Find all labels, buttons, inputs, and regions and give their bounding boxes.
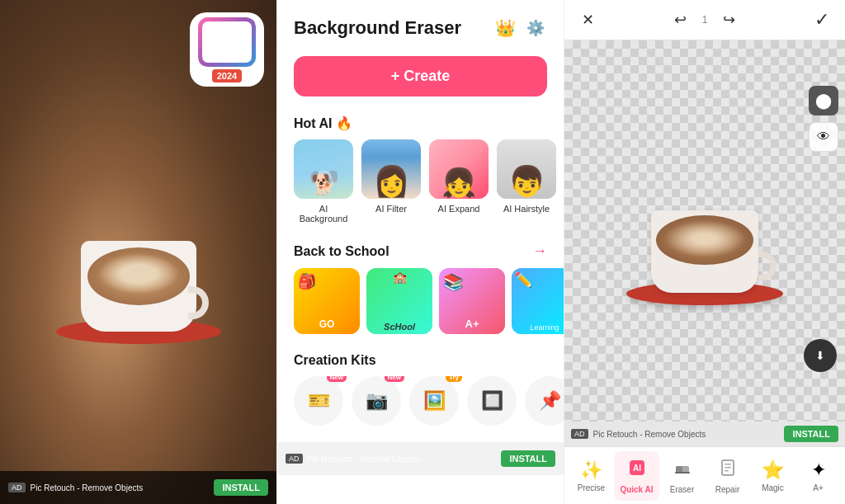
icon-ring [198, 17, 256, 67]
quick-ai-icon: AI [627, 458, 647, 483]
hot-ai-label: Hot AI 🔥 [294, 115, 352, 131]
close-button[interactable]: ✕ [574, 7, 601, 33]
ad-banner-right: AD Pic Retouch - Remove Objects INSTALL [564, 422, 845, 446]
school-item-1[interactable]: 🎒 GO [294, 268, 360, 334]
extracted-latte-art [663, 220, 746, 257]
middle-panel: Background Eraser 👑 ⚙️ + Create Hot AI 🔥… [276, 0, 564, 504]
bottom-toolbar: ✨ Precise AI Quick AI Eraser [564, 446, 845, 504]
create-button[interactable]: + Create [294, 56, 547, 97]
kit-item-3[interactable]: 🖼️ Try [409, 376, 459, 426]
install-button-left[interactable]: INSTALL [214, 479, 268, 496]
install-button-right[interactable]: INSTALL [784, 426, 838, 442]
confirm-button[interactable]: ✓ [809, 7, 835, 33]
hot-ai-label-background: AIBackground [300, 204, 348, 224]
magic-icon: ⭐ [762, 459, 784, 481]
app-icon: 2024 [190, 12, 264, 87]
hot-ai-thumb-background: 🐶 🐕 [294, 139, 353, 199]
install-button-middle[interactable]: INSTALL [501, 450, 555, 467]
redo-button[interactable]: ↪ [715, 7, 742, 33]
quick-ai-label: Quick AI [620, 485, 653, 494]
brush-size-button[interactable]: ⬤ [809, 86, 838, 115]
hot-ai-item-expand[interactable]: 👧 AI Expand [429, 139, 489, 224]
kit-badge-1: New [327, 376, 347, 382]
kit-icon-4: 🔲 [481, 390, 503, 412]
more-label: A+ [813, 483, 824, 492]
kit-item-2[interactable]: 📷 New [352, 376, 401, 426]
hot-ai-label-hairstyle: AI Hairstyle [503, 204, 550, 214]
extracted-cup-handle [758, 252, 777, 280]
tool-magic[interactable]: ⭐ Magic [750, 453, 795, 499]
right-toolbar-top: ✕ ↩ 1 ↪ ✓ [564, 0, 845, 40]
kit-item-1[interactable]: 🎫 New [294, 376, 343, 426]
svg-text:AI: AI [633, 464, 641, 473]
back-to-school-section: Back to School → [277, 236, 564, 268]
precise-icon: ✨ [580, 459, 602, 481]
right-panel: ✕ ↩ 1 ↪ ✓ ⬤ 👁 ⬇ [564, 0, 845, 504]
kit-badge-3: Try [446, 376, 462, 382]
save-icon: ⬇ [815, 349, 825, 362]
kit-item-5[interactable]: 📌 [525, 376, 564, 426]
eye-preview-button[interactable]: 👁 [809, 122, 838, 152]
ad-text-left: Pic Retouch - Remove Objects [31, 483, 215, 492]
creation-kits-section: Creation Kits [277, 346, 564, 376]
school-item-2[interactable]: 🏫 ScHool [366, 268, 432, 334]
kit-icon-1: 🎫 [308, 390, 330, 412]
crown-icon[interactable]: 👑 [495, 18, 516, 38]
eraser-label: Eraser [670, 485, 694, 494]
ad-label-left: AD [8, 483, 26, 492]
school-item-3[interactable]: 📚 A+ [439, 268, 505, 334]
undo-redo-group: ↩ 1 ↪ [668, 7, 743, 33]
kit-icon-3: 🖼️ [423, 390, 446, 412]
icon-year: 2024 [212, 69, 242, 82]
svg-rect-8 [725, 470, 729, 472]
tool-quick-ai[interactable]: AI Quick AI [614, 451, 659, 501]
panel-header: Background Eraser 👑 ⚙️ [277, 0, 564, 48]
panel-title: Background Eraser [294, 17, 461, 39]
hot-ai-item-hairstyle[interactable]: 👦 AI Hairstyle [497, 139, 556, 224]
repair-icon [718, 458, 738, 483]
svg-rect-7 [725, 467, 731, 469]
hot-ai-thumb-hairstyle: 👦 [497, 139, 556, 199]
tool-eraser[interactable]: Eraser [659, 451, 705, 501]
ad-banner-middle: AD Pic Retouch - Remove Objects INSTALL [277, 442, 564, 475]
svg-rect-3 [676, 466, 682, 473]
hot-ai-thumb-filter: 👩 [361, 139, 421, 199]
ad-label-right: AD [571, 429, 588, 439]
ad-text-right: Pic Retouch - Remove Objects [593, 430, 785, 439]
kit-item-4[interactable]: 🔲 [467, 376, 517, 426]
hot-ai-item-background[interactable]: 🐶 🐕 AIBackground [294, 139, 353, 224]
more-icon: ✦ [811, 459, 826, 481]
step-counter: 1 [702, 14, 708, 26]
svg-rect-6 [725, 464, 731, 465]
undo-button[interactable]: ↩ [668, 7, 694, 33]
kits-row: 🎫 New 📷 New 🖼️ Try 🔲 📌 [277, 376, 564, 438]
header-icons: 👑 ⚙️ [495, 16, 547, 40]
magic-label: Magic [762, 483, 784, 492]
extracted-cup [614, 140, 795, 322]
kit-icon-2: 📷 [366, 390, 388, 412]
back-to-school-label: Back to School [294, 244, 389, 259]
ad-text-middle: Pic Retouch - Remove Objects [308, 455, 502, 464]
back-to-school-arrow[interactable]: → [532, 243, 547, 260]
tool-more[interactable]: ✦ A+ [795, 453, 841, 499]
extracted-cup-body [651, 210, 758, 293]
school-item-4[interactable]: ✏️ Learning [512, 268, 564, 334]
tool-repair[interactable]: Repair [705, 451, 750, 501]
canvas-area[interactable]: ⬤ 👁 ⬇ [564, 40, 845, 422]
cup-handle [188, 286, 209, 319]
hot-ai-section-title: Hot AI 🔥 [277, 109, 564, 139]
latte-art [97, 253, 180, 294]
school-grid: 🎒 GO 🏫 ScHool 📚 A+ ✏️ Learning [277, 268, 564, 346]
left-panel: 2024 AD Pic Retouch - Remove Objects INS… [0, 0, 276, 504]
hot-ai-label-filter: AI Filter [375, 204, 407, 214]
save-button[interactable]: ⬇ [804, 339, 837, 372]
settings-button[interactable]: ⚙️ [524, 16, 547, 40]
hot-ai-item-filter[interactable]: 👩 AI Filter [361, 139, 421, 224]
repair-label: Repair [715, 485, 739, 494]
canvas-side-icons: ⬤ 👁 [809, 86, 838, 152]
ad-label-middle: AD [286, 454, 303, 464]
hot-ai-grid: 🐶 🐕 AIBackground 👩 AI Filter 👧 AI Expand [277, 139, 564, 236]
creation-kits-label: Creation Kits [294, 353, 376, 368]
canvas-coffee-image [614, 140, 795, 322]
tool-precise[interactable]: ✨ Precise [569, 453, 614, 499]
